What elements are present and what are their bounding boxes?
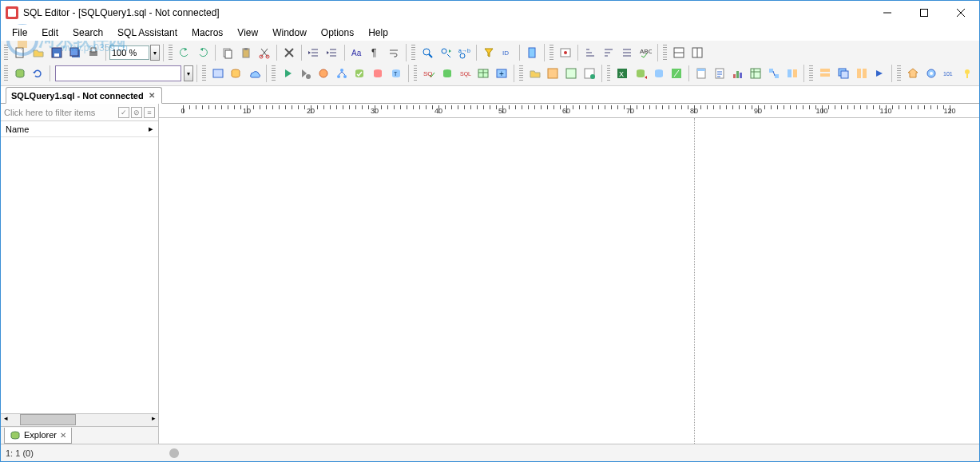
- format-sql-button[interactable]: [438, 65, 456, 82]
- id-highlight-button[interactable]: ID: [498, 44, 516, 61]
- undo-button[interactable]: [176, 44, 193, 61]
- save-layout-button[interactable]: [544, 65, 561, 82]
- connection-dropdown-button[interactable]: ▾: [184, 65, 193, 81]
- filter-input[interactable]: Click here to filter items: [4, 108, 118, 117]
- record-macro-button[interactable]: [557, 44, 574, 61]
- save-all-button[interactable]: [66, 44, 84, 61]
- syntax-check-button[interactable]: SQ: [420, 65, 438, 82]
- report-button[interactable]: [711, 65, 728, 82]
- explorer-button[interactable]: [209, 65, 227, 82]
- export-excel-button[interactable]: X: [613, 65, 631, 82]
- horizontal-scrollbar[interactable]: ◂ ▸: [1, 413, 158, 426]
- spellcheck-button[interactable]: ABC: [637, 44, 654, 61]
- export-script-button[interactable]: [669, 65, 686, 82]
- filter-button[interactable]: [480, 44, 498, 61]
- settings-button[interactable]: [922, 65, 940, 82]
- maximize-button[interactable]: [906, 1, 942, 25]
- delete-button[interactable]: [280, 44, 298, 61]
- menu-help[interactable]: Help: [362, 26, 395, 40]
- new-layout-button[interactable]: [581, 65, 598, 82]
- chart-button[interactable]: [729, 65, 747, 82]
- filter-case-icon[interactable]: ⊘: [131, 107, 142, 118]
- ruler[interactable]: 0102030405060708090100110120: [159, 104, 979, 118]
- explain-plan-button[interactable]: [333, 65, 351, 82]
- filter-regex-icon[interactable]: ≡: [144, 107, 155, 118]
- scroll-right-button[interactable]: ▸: [149, 414, 158, 426]
- cascade-windows-button[interactable]: [835, 65, 852, 82]
- filter-checkbox-icon[interactable]: ✓: [118, 107, 129, 118]
- database-button[interactable]: [227, 65, 244, 82]
- grip-icon[interactable]: [4, 45, 8, 61]
- menu-file[interactable]: File: [6, 26, 34, 40]
- find-next-button[interactable]: [437, 44, 454, 61]
- cloud-button[interactable]: [245, 65, 263, 82]
- zoom-dropdown-button[interactable]: ▾: [150, 45, 160, 61]
- document-tab[interactable]: SQLQuery1.sql - Not connected ✕: [6, 87, 162, 104]
- grip-icon[interactable]: [169, 45, 173, 61]
- copy-button[interactable]: [219, 44, 236, 61]
- menu-window[interactable]: Window: [266, 26, 313, 40]
- grip-icon[interactable]: [897, 65, 901, 81]
- reset-layout-button[interactable]: [562, 65, 580, 82]
- word-wrap-button[interactable]: [385, 44, 403, 61]
- zoom-combo[interactable]: 100 %: [109, 45, 149, 60]
- find-button[interactable]: [419, 44, 436, 61]
- help-button[interactable]: [958, 65, 976, 82]
- menu-sql-assistant[interactable]: SQL Assistant: [111, 26, 184, 40]
- connection-combo[interactable]: [55, 65, 181, 81]
- replace-button[interactable]: a→b: [455, 44, 473, 61]
- explorer-tab[interactable]: Explorer ✕: [4, 428, 72, 444]
- menu-macros[interactable]: Macros: [185, 26, 229, 40]
- import-data-button[interactable]: [650, 65, 668, 82]
- grip-icon[interactable]: [272, 65, 276, 81]
- menu-search[interactable]: Search: [66, 26, 109, 40]
- refresh-button[interactable]: [30, 65, 47, 82]
- split-vertical-button[interactable]: [688, 44, 706, 61]
- compare-button[interactable]: [784, 65, 801, 82]
- stop-button[interactable]: [315, 65, 332, 82]
- new-file-button[interactable]: [11, 44, 29, 61]
- connect-button[interactable]: [11, 65, 29, 82]
- page-setup-button[interactable]: [692, 65, 710, 82]
- grip-icon[interactable]: [550, 45, 553, 61]
- grip-icon[interactable]: [519, 65, 523, 81]
- close-icon[interactable]: ✕: [60, 431, 66, 440]
- grip-icon[interactable]: [411, 45, 415, 61]
- sort-asc-button[interactable]: [581, 44, 599, 61]
- sql-text-button[interactable]: SQL: [457, 65, 474, 82]
- print-button[interactable]: [85, 44, 102, 61]
- table-editor-button[interactable]: [475, 65, 493, 82]
- minimize-button[interactable]: [869, 1, 906, 25]
- bookmark-button[interactable]: [523, 44, 541, 61]
- grip-icon[interactable]: [202, 65, 206, 81]
- scroll-left-button[interactable]: ◂: [1, 414, 10, 426]
- close-button[interactable]: [942, 1, 979, 25]
- menu-options[interactable]: Options: [315, 26, 360, 40]
- next-window-button[interactable]: [871, 65, 888, 82]
- execute-current-button[interactable]: [296, 65, 314, 82]
- menu-edit[interactable]: Edit: [35, 26, 65, 40]
- scroll-thumb[interactable]: [20, 414, 76, 425]
- redo-button[interactable]: [194, 44, 212, 61]
- commit-button[interactable]: [351, 65, 368, 82]
- window-list-button[interactable]: [816, 65, 834, 82]
- menu-view[interactable]: View: [231, 26, 264, 40]
- home-button[interactable]: [904, 65, 922, 82]
- align-button[interactable]: [618, 44, 636, 61]
- indent-button[interactable]: [323, 44, 341, 61]
- grip-icon[interactable]: [4, 65, 8, 81]
- binary-view-button[interactable]: 101: [940, 65, 958, 82]
- open-folder-button[interactable]: [526, 65, 544, 82]
- tile-windows-button[interactable]: [853, 65, 871, 82]
- cut-button[interactable]: [256, 44, 273, 61]
- tree-header[interactable]: Name ▸: [1, 121, 158, 137]
- grip-icon[interactable]: [809, 65, 813, 81]
- text-editor[interactable]: [159, 118, 979, 444]
- rollback-button[interactable]: [369, 65, 387, 82]
- execute-button[interactable]: [279, 65, 296, 82]
- insert-row-button[interactable]: +: [493, 65, 510, 82]
- grip-icon[interactable]: [607, 65, 611, 81]
- tree-body[interactable]: [1, 137, 158, 413]
- grip-icon[interactable]: [414, 65, 418, 81]
- show-whitespace-button[interactable]: ¶: [367, 44, 384, 61]
